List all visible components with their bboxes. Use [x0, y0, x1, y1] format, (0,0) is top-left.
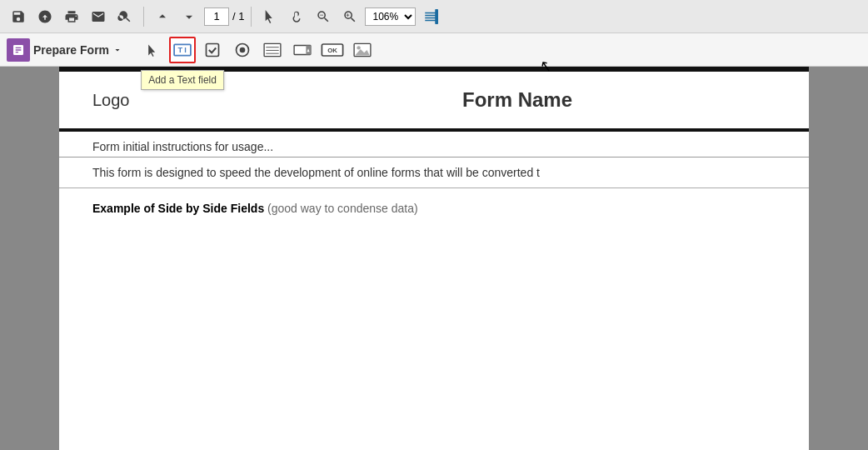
doc-form-name: Form Name	[259, 88, 776, 112]
zoom-in-icon[interactable]	[338, 5, 362, 28]
hand-cursor-icon[interactable]	[285, 5, 308, 28]
select-tool-button[interactable]	[139, 37, 166, 63]
page-number-input[interactable]: 1	[204, 8, 229, 26]
search-icon[interactable]	[113, 5, 137, 28]
ok-button-tool[interactable]: OK	[319, 37, 346, 63]
upload-icon[interactable]	[33, 5, 57, 28]
list-icon	[263, 42, 282, 58]
svg-text:T: T	[178, 46, 183, 54]
dropdown-icon	[293, 42, 312, 58]
checkbox-icon	[204, 42, 221, 58]
dropdown-tool-button[interactable]	[289, 37, 316, 63]
divider-1	[143, 7, 144, 27]
doc-header: Logo Form Name	[59, 72, 809, 128]
prepare-toolbar: Prepare Form T I Add a Text field	[0, 33, 868, 67]
image-icon	[353, 42, 372, 58]
text-field-icon: T I	[173, 42, 192, 58]
radio-icon	[234, 42, 251, 58]
svg-point-17	[357, 46, 360, 49]
prev-page-icon[interactable]	[151, 5, 174, 28]
prepare-form-icon	[7, 38, 30, 62]
image-tool-button[interactable]	[349, 37, 376, 63]
svg-point-6	[240, 47, 246, 52]
page-total: / 1	[232, 10, 244, 22]
top-toolbar: 1 / 1 106% 100% 75% 150%	[0, 0, 868, 33]
zoom-out-icon[interactable]	[312, 5, 335, 28]
page-input-group: 1 / 1	[204, 8, 244, 26]
checkbox-tool-button[interactable]	[199, 37, 226, 63]
prepare-form-text: Prepare Form	[33, 43, 109, 57]
select-cursor-icon[interactable]	[258, 5, 282, 28]
document-area: Logo Form Name Form initial instructions…	[0, 67, 868, 450]
svg-rect-0	[436, 9, 439, 24]
example-title-bold: Example of Side by Side Fields	[92, 202, 264, 215]
text-field-tool-button[interactable]: T I Add a Text field	[169, 37, 196, 63]
doc-instructions: Form initial instructions for usage...	[59, 132, 809, 158]
document-page: Logo Form Name Form initial instructions…	[59, 67, 809, 450]
view-icon[interactable]	[419, 5, 442, 28]
svg-text:I: I	[184, 46, 187, 54]
radio-tool-button[interactable]	[229, 37, 256, 63]
print-icon[interactable]	[60, 5, 83, 28]
svg-text:OK: OK	[327, 46, 337, 53]
example-subtitle: (good way to condense data)	[267, 202, 418, 215]
email-icon[interactable]	[87, 5, 110, 28]
dropdown-arrow-icon	[112, 45, 122, 55]
ok-icon: OK	[321, 42, 344, 58]
list-tool-button[interactable]	[259, 37, 286, 63]
zoom-select[interactable]: 106% 100% 75% 150%	[365, 8, 416, 26]
divider-2	[251, 7, 252, 27]
prepare-form-label[interactable]: Prepare Form	[7, 38, 122, 62]
doc-example-title: Example of Side by Side Fields (good way…	[59, 202, 809, 215]
next-page-icon[interactable]	[177, 5, 201, 28]
doc-description: This form is designed to speed the devel…	[59, 162, 809, 188]
svg-rect-4	[207, 43, 219, 56]
save-icon[interactable]	[7, 5, 30, 28]
doc-logo: Logo	[92, 91, 259, 110]
